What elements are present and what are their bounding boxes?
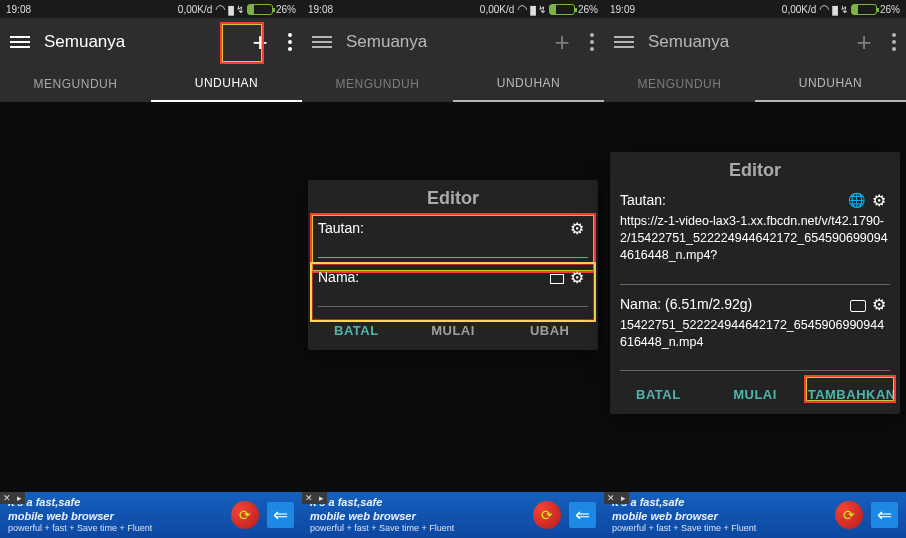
ad-close[interactable]: ✕▸ bbox=[302, 492, 327, 504]
signal-icon bbox=[228, 4, 233, 15]
page-title: Semuanya bbox=[44, 32, 232, 52]
phone-1: 19:08 0,00K/d ↯ 26% Semuanya + MENGUNDUH… bbox=[0, 0, 302, 538]
menu-icon[interactable] bbox=[614, 36, 634, 48]
folder-icon[interactable] bbox=[850, 300, 866, 312]
more-icon[interactable] bbox=[892, 33, 896, 51]
name-input[interactable] bbox=[318, 306, 588, 307]
gear-icon[interactable] bbox=[570, 219, 588, 237]
tabs: MENGUNDUH UNDUHAN bbox=[0, 66, 302, 102]
ad-arrow-icon[interactable]: ⇐ bbox=[871, 502, 898, 528]
editor-dialog: Editor Tautan: https://z-1-video-lax3-1.… bbox=[610, 152, 900, 414]
title-bar: Semuanya + bbox=[604, 18, 906, 66]
ad-close[interactable]: ✕▸ bbox=[604, 492, 629, 504]
add-button[interactable]: + bbox=[548, 27, 576, 58]
folder-icon[interactable] bbox=[550, 274, 564, 284]
dialog-title: Editor bbox=[308, 180, 598, 215]
tabs: MENGUNDUH UNDUHAN bbox=[604, 66, 906, 102]
content-area: Editor Tautan: https://z-1-video-lax3-1.… bbox=[604, 102, 906, 492]
content-area: Editor Tautan: Nama: bbox=[302, 102, 604, 492]
ad-text: It's a fast,safemobile web browser power… bbox=[310, 496, 525, 533]
menu-icon[interactable] bbox=[10, 36, 30, 48]
wifi-icon bbox=[215, 2, 225, 16]
name-value[interactable]: 15422751_522224944642172_654590699094461… bbox=[610, 315, 900, 353]
tab-downloads[interactable]: UNDUHAN bbox=[755, 66, 906, 102]
tab-downloads[interactable]: UNDUHAN bbox=[453, 66, 604, 102]
editor-dialog: Editor Tautan: Nama: bbox=[308, 180, 598, 350]
clock: 19:08 bbox=[6, 4, 31, 15]
link-row: Tautan: bbox=[610, 187, 900, 211]
status-bar: 19:09 0,00K/d ↯ 26% bbox=[604, 0, 906, 18]
clock: 19:09 bbox=[610, 4, 635, 15]
name-label: Nama: bbox=[318, 269, 359, 285]
wifi-icon bbox=[517, 2, 527, 16]
ad-arrow-icon[interactable]: ⇐ bbox=[267, 502, 294, 528]
add-button[interactable]: + bbox=[850, 27, 878, 58]
title-bar: Semuanya + bbox=[0, 18, 302, 66]
phone-2: 19:08 0,00K/d ↯ 26% Semuanya + MENGUNDUH… bbox=[302, 0, 604, 538]
name-row: Nama: bbox=[308, 264, 598, 288]
start-button[interactable]: MULAI bbox=[405, 319, 502, 342]
ad-text: It's a fast,safemobile web browser power… bbox=[8, 496, 223, 533]
battery-icon bbox=[247, 4, 273, 15]
ad-arrow-icon[interactable]: ⇐ bbox=[569, 502, 596, 528]
battery-pct: 26% bbox=[880, 4, 900, 15]
gear-icon[interactable] bbox=[872, 295, 890, 313]
dialog-buttons: BATAL MULAI TAMBAHKAN bbox=[610, 377, 900, 414]
ad-logo-icon: ⟳ bbox=[835, 501, 863, 529]
signal-icon bbox=[832, 4, 837, 15]
phone-3: 19:09 0,00K/d ↯ 26% Semuanya + MENGUNDUH… bbox=[604, 0, 906, 538]
ad-logo-icon: ⟳ bbox=[231, 501, 259, 529]
ad-banner[interactable]: ✕▸ It's a fast,safemobile web browser po… bbox=[302, 492, 604, 538]
link-row: Tautan: bbox=[308, 215, 598, 239]
link-label: Tautan: bbox=[318, 220, 364, 236]
dialog-title: Editor bbox=[610, 152, 900, 187]
page-title: Semuanya bbox=[346, 32, 534, 52]
status-bar: 19:08 0,00K/d ↯ 26% bbox=[302, 0, 604, 18]
link-underline bbox=[620, 284, 890, 285]
content-area bbox=[0, 102, 302, 492]
tab-downloading[interactable]: MENGUNDUH bbox=[0, 66, 151, 102]
link-value[interactable]: https://z-1-video-lax3-1.xx.fbcdn.net/v/… bbox=[610, 211, 900, 266]
signal-icon bbox=[530, 4, 535, 15]
globe-icon[interactable] bbox=[848, 191, 866, 209]
status-bar: 19:08 0,00K/d ↯ 26% bbox=[0, 0, 302, 18]
ad-banner[interactable]: ✕▸ It's a fast,safemobile web browser po… bbox=[604, 492, 906, 538]
title-bar: Semuanya + bbox=[302, 18, 604, 66]
battery-icon bbox=[851, 4, 877, 15]
battery-icon bbox=[549, 4, 575, 15]
wifi-icon bbox=[819, 2, 829, 16]
ad-close[interactable]: ✕▸ bbox=[0, 492, 25, 504]
page-title: Semuanya bbox=[648, 32, 836, 52]
tab-downloading[interactable]: MENGUNDUH bbox=[604, 66, 755, 102]
gear-icon[interactable] bbox=[570, 268, 588, 286]
name-row: Nama: (6.51m/2.92g) bbox=[610, 291, 900, 315]
clock: 19:08 bbox=[308, 4, 333, 15]
name-underline bbox=[620, 370, 890, 371]
net-speed: 0,00K/d bbox=[480, 4, 514, 15]
edit-button[interactable]: UBAH bbox=[501, 319, 598, 342]
menu-icon[interactable] bbox=[312, 36, 332, 48]
dialog-buttons: BATAL MULAI UBAH bbox=[308, 313, 598, 350]
ad-logo-icon: ⟳ bbox=[533, 501, 561, 529]
gear-icon[interactable] bbox=[872, 191, 890, 209]
add-button[interactable]: + bbox=[246, 27, 274, 58]
name-label: Nama: (6.51m/2.92g) bbox=[620, 296, 752, 312]
net-speed: 0,00K/d bbox=[178, 4, 212, 15]
tab-downloads[interactable]: UNDUHAN bbox=[151, 66, 302, 102]
battery-pct: 26% bbox=[578, 4, 598, 15]
tab-downloading[interactable]: MENGUNDUH bbox=[302, 66, 453, 102]
ad-text: It's a fast,safemobile web browser power… bbox=[612, 496, 827, 533]
add-button-label[interactable]: TAMBAHKAN bbox=[803, 383, 900, 406]
ad-banner[interactable]: ✕▸ It's a fast,safemobile web browser po… bbox=[0, 492, 302, 538]
tabs: MENGUNDUH UNDUHAN bbox=[302, 66, 604, 102]
link-input[interactable] bbox=[318, 257, 588, 258]
cancel-button[interactable]: BATAL bbox=[610, 383, 707, 406]
net-speed: 0,00K/d bbox=[782, 4, 816, 15]
link-label: Tautan: bbox=[620, 192, 666, 208]
cancel-button[interactable]: BATAL bbox=[308, 319, 405, 342]
battery-pct: 26% bbox=[276, 4, 296, 15]
more-icon[interactable] bbox=[288, 33, 292, 51]
start-button[interactable]: MULAI bbox=[707, 383, 804, 406]
more-icon[interactable] bbox=[590, 33, 594, 51]
